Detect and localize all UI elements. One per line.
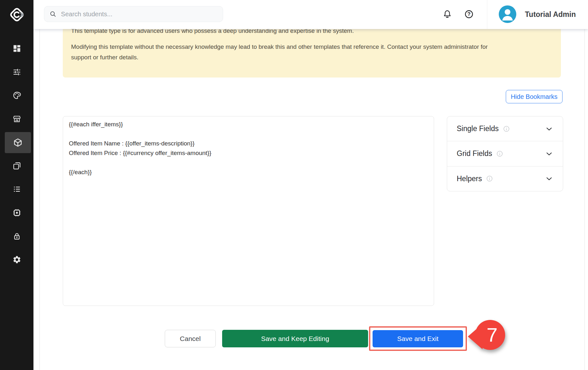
dashboard-icon (12, 44, 21, 53)
app-logo-icon (8, 6, 25, 23)
info-icon (503, 126, 510, 132)
chevron-down-icon[interactable] (545, 174, 553, 183)
content-panel-right-border (584, 29, 585, 370)
package-icon (13, 138, 23, 147)
search-input[interactable] (61, 11, 218, 18)
palette-icon (12, 91, 21, 100)
warning-banner-line2: Modifying this template without the nece… (71, 41, 500, 63)
sidebar-item-templates[interactable] (5, 132, 31, 153)
fields-section-label: Grid Fields (457, 149, 492, 158)
info-icon (486, 175, 493, 182)
app-logo[interactable] (0, 0, 33, 29)
sidebar (0, 0, 33, 370)
info-icon (497, 151, 503, 157)
annotation-step-marker: 7 (463, 317, 514, 357)
fields-section-label: Single Fields (457, 124, 499, 133)
hide-bookmarks-button[interactable]: Hide Bookmarks (506, 90, 563, 103)
content-panel-left-border (40, 29, 40, 370)
save-and-keep-editing-button[interactable]: Save and Keep Editing (222, 330, 368, 347)
fields-panel: Single Fields Grid Fields Helpers (447, 116, 563, 191)
template-editor-input[interactable]: {{#each iffer_items}} Offered Item Name … (69, 120, 428, 302)
fields-section-helpers[interactable]: Helpers (447, 166, 563, 191)
search-icon (49, 10, 56, 18)
chevron-down-icon[interactable] (545, 125, 553, 133)
sidebar-item-configuration[interactable] (0, 62, 33, 83)
settings-gear-icon (12, 255, 21, 264)
top-header: ? Tutorial Admin (33, 0, 588, 29)
sidebar-item-appearance[interactable] (0, 85, 33, 106)
sidebar-item-store[interactable] (0, 108, 33, 130)
list-icon (12, 185, 21, 194)
memory-chip-icon (12, 208, 21, 217)
warning-banner: This template type is for advanced users… (63, 22, 561, 78)
avatar-user-icon (499, 5, 516, 23)
sidebar-item-settings[interactable] (0, 249, 33, 270)
help-icon: ? (464, 9, 474, 19)
chevron-down-icon[interactable] (545, 150, 553, 158)
search-box (44, 6, 223, 22)
header-divider (487, 0, 487, 29)
sidebar-item-integrations[interactable] (0, 202, 33, 223)
cancel-button[interactable]: Cancel (165, 330, 216, 347)
help-button[interactable]: ? (464, 9, 474, 20)
lock-icon (12, 232, 21, 241)
bell-icon (442, 9, 452, 19)
fields-section-grid-fields[interactable]: Grid Fields (447, 141, 563, 166)
sidebar-item-security[interactable] (0, 226, 33, 247)
sidebar-item-collections[interactable] (0, 155, 33, 176)
user-avatar[interactable] (499, 5, 516, 23)
collection-icon (12, 161, 21, 170)
storefront-icon (12, 115, 21, 123)
sidebar-item-dashboard[interactable] (0, 38, 33, 59)
notifications-button[interactable] (442, 9, 452, 20)
user-name: Tutorial Admin (525, 0, 576, 29)
tune-icon (12, 68, 21, 77)
annotation-step-number: 7 (487, 324, 497, 346)
app-screen: ? Tutorial Admin This template type is f… (0, 0, 588, 370)
fields-section-single-fields[interactable]: Single Fields (447, 116, 563, 141)
save-and-exit-button[interactable]: Save and Exit (373, 330, 463, 347)
template-editor-card: {{#each iffer_items}} Offered Item Name … (63, 116, 434, 306)
sidebar-item-lists[interactable] (0, 179, 33, 200)
svg-text:?: ? (468, 11, 471, 17)
fields-section-label: Helpers (457, 174, 482, 183)
